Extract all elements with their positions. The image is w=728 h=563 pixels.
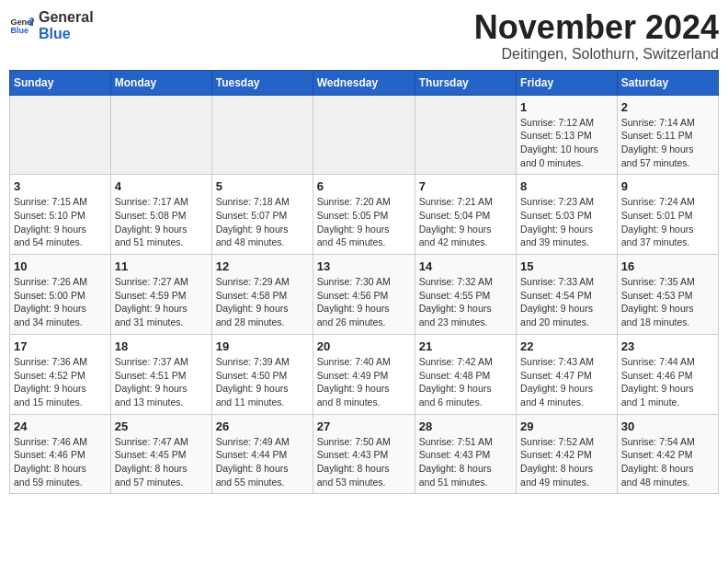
day-number: 25: [115, 419, 208, 433]
day-info: Sunrise: 7:15 AM Sunset: 5:10 PM Dayligh…: [14, 195, 107, 249]
day-info: Sunrise: 7:33 AM Sunset: 4:54 PM Dayligh…: [520, 275, 613, 329]
calendar-cell: 3Sunrise: 7:15 AM Sunset: 5:10 PM Daylig…: [10, 175, 111, 255]
day-number: 29: [520, 419, 613, 433]
calendar-cell: 7Sunrise: 7:21 AM Sunset: 5:04 PM Daylig…: [415, 175, 516, 255]
day-info: Sunrise: 7:40 AM Sunset: 4:49 PM Dayligh…: [317, 355, 411, 409]
day-number: 12: [216, 259, 309, 273]
day-number: 3: [14, 179, 107, 193]
calendar-cell: [313, 95, 415, 175]
day-number: 11: [115, 259, 208, 273]
day-number: 21: [419, 339, 512, 353]
day-info: Sunrise: 7:36 AM Sunset: 4:52 PM Dayligh…: [14, 355, 107, 409]
calendar-cell: [415, 95, 516, 175]
day-info: Sunrise: 7:42 AM Sunset: 4:48 PM Dayligh…: [419, 355, 512, 409]
day-number: 10: [14, 259, 107, 273]
day-info: Sunrise: 7:21 AM Sunset: 5:04 PM Dayligh…: [419, 195, 512, 249]
day-info: Sunrise: 7:23 AM Sunset: 5:03 PM Dayligh…: [520, 195, 613, 249]
day-info: Sunrise: 7:47 AM Sunset: 4:45 PM Dayligh…: [115, 435, 208, 489]
day-info: Sunrise: 7:27 AM Sunset: 4:59 PM Dayligh…: [115, 275, 208, 329]
day-number: 5: [216, 179, 309, 193]
calendar-cell: 17Sunrise: 7:36 AM Sunset: 4:52 PM Dayli…: [10, 334, 111, 414]
day-number: 1: [520, 100, 613, 114]
calendar-cell: 10Sunrise: 7:26 AM Sunset: 5:00 PM Dayli…: [10, 255, 111, 335]
day-info: Sunrise: 7:37 AM Sunset: 4:51 PM Dayligh…: [115, 355, 208, 409]
calendar-cell: 8Sunrise: 7:23 AM Sunset: 5:03 PM Daylig…: [517, 175, 618, 255]
calendar-header: SundayMondayTuesdayWednesdayThursdayFrid…: [10, 70, 719, 95]
week-row-2: 10Sunrise: 7:26 AM Sunset: 5:00 PM Dayli…: [10, 255, 719, 335]
calendar-cell: 6Sunrise: 7:20 AM Sunset: 5:05 PM Daylig…: [313, 175, 415, 255]
day-number: 7: [419, 179, 512, 193]
calendar-cell: 4Sunrise: 7:17 AM Sunset: 5:08 PM Daylig…: [110, 175, 211, 255]
day-info: Sunrise: 7:39 AM Sunset: 4:50 PM Dayligh…: [216, 355, 309, 409]
day-info: Sunrise: 7:12 AM Sunset: 5:13 PM Dayligh…: [520, 116, 613, 170]
day-number: 24: [14, 419, 107, 433]
day-number: 30: [621, 419, 714, 433]
day-number: 26: [216, 419, 309, 433]
header-day-saturday: Saturday: [617, 70, 718, 95]
calendar-cell: 2Sunrise: 7:14 AM Sunset: 5:11 PM Daylig…: [617, 95, 718, 175]
subtitle: Deitingen, Solothurn, Switzerland: [474, 46, 719, 63]
day-info: Sunrise: 7:49 AM Sunset: 4:44 PM Dayligh…: [216, 435, 309, 489]
logo: General Blue General Blue: [9, 9, 94, 41]
day-info: Sunrise: 7:29 AM Sunset: 4:58 PM Dayligh…: [216, 275, 309, 329]
title-area: November 2024 Deitingen, Solothurn, Swit…: [474, 9, 719, 63]
calendar-cell: [211, 95, 313, 175]
logo-text-general: General: [39, 9, 94, 26]
week-row-0: 1Sunrise: 7:12 AM Sunset: 5:13 PM Daylig…: [10, 95, 719, 175]
day-number: 13: [317, 259, 411, 273]
calendar-cell: 24Sunrise: 7:46 AM Sunset: 4:46 PM Dayli…: [10, 414, 111, 494]
calendar-cell: 23Sunrise: 7:44 AM Sunset: 4:46 PM Dayli…: [617, 334, 718, 414]
calendar-cell: 14Sunrise: 7:32 AM Sunset: 4:55 PM Dayli…: [415, 255, 516, 335]
day-info: Sunrise: 7:54 AM Sunset: 4:42 PM Dayligh…: [621, 435, 714, 489]
day-info: Sunrise: 7:44 AM Sunset: 4:46 PM Dayligh…: [621, 355, 714, 409]
svg-text:Blue: Blue: [10, 26, 28, 35]
day-info: Sunrise: 7:35 AM Sunset: 4:53 PM Dayligh…: [621, 275, 714, 329]
week-row-1: 3Sunrise: 7:15 AM Sunset: 5:10 PM Daylig…: [10, 175, 719, 255]
calendar-cell: 16Sunrise: 7:35 AM Sunset: 4:53 PM Dayli…: [617, 255, 718, 335]
header-day-wednesday: Wednesday: [313, 70, 415, 95]
header-day-tuesday: Tuesday: [211, 70, 313, 95]
day-number: 4: [115, 179, 208, 193]
calendar-cell: 20Sunrise: 7:40 AM Sunset: 4:49 PM Dayli…: [313, 334, 415, 414]
day-info: Sunrise: 7:43 AM Sunset: 4:47 PM Dayligh…: [520, 355, 613, 409]
day-info: Sunrise: 7:52 AM Sunset: 4:42 PM Dayligh…: [520, 435, 613, 489]
calendar-cell: 29Sunrise: 7:52 AM Sunset: 4:42 PM Dayli…: [517, 414, 618, 494]
calendar-cell: 28Sunrise: 7:51 AM Sunset: 4:43 PM Dayli…: [415, 414, 516, 494]
header-row: SundayMondayTuesdayWednesdayThursdayFrid…: [10, 70, 719, 95]
calendar-cell: 22Sunrise: 7:43 AM Sunset: 4:47 PM Dayli…: [517, 334, 618, 414]
header: General Blue General Blue November 2024 …: [9, 9, 719, 63]
calendar-cell: 9Sunrise: 7:24 AM Sunset: 5:01 PM Daylig…: [617, 175, 718, 255]
calendar-cell: 1Sunrise: 7:12 AM Sunset: 5:13 PM Daylig…: [517, 95, 618, 175]
calendar-cell: 13Sunrise: 7:30 AM Sunset: 4:56 PM Dayli…: [313, 255, 415, 335]
calendar-cell: 15Sunrise: 7:33 AM Sunset: 4:54 PM Dayli…: [517, 255, 618, 335]
day-number: 27: [317, 419, 411, 433]
calendar-cell: 18Sunrise: 7:37 AM Sunset: 4:51 PM Dayli…: [110, 334, 211, 414]
day-number: 8: [520, 179, 613, 193]
day-number: 16: [621, 259, 714, 273]
day-info: Sunrise: 7:17 AM Sunset: 5:08 PM Dayligh…: [115, 195, 208, 249]
header-day-sunday: Sunday: [10, 70, 111, 95]
day-number: 2: [621, 100, 714, 114]
day-number: 20: [317, 339, 411, 353]
calendar-cell: 21Sunrise: 7:42 AM Sunset: 4:48 PM Dayli…: [415, 334, 516, 414]
calendar-cell: 26Sunrise: 7:49 AM Sunset: 4:44 PM Dayli…: [211, 414, 313, 494]
day-info: Sunrise: 7:51 AM Sunset: 4:43 PM Dayligh…: [419, 435, 512, 489]
calendar-cell: 19Sunrise: 7:39 AM Sunset: 4:50 PM Dayli…: [211, 334, 313, 414]
header-day-monday: Monday: [110, 70, 211, 95]
day-info: Sunrise: 7:24 AM Sunset: 5:01 PM Dayligh…: [621, 195, 714, 249]
main-title: November 2024: [474, 9, 719, 46]
day-number: 18: [115, 339, 208, 353]
header-day-friday: Friday: [517, 70, 618, 95]
logo-icon: General Blue: [9, 13, 35, 39]
calendar-cell: [10, 95, 111, 175]
calendar-cell: 25Sunrise: 7:47 AM Sunset: 4:45 PM Dayli…: [110, 414, 211, 494]
day-number: 19: [216, 339, 309, 353]
logo-text-blue: Blue: [39, 26, 94, 42]
day-info: Sunrise: 7:14 AM Sunset: 5:11 PM Dayligh…: [621, 116, 714, 170]
day-number: 14: [419, 259, 512, 273]
calendar-cell: 27Sunrise: 7:50 AM Sunset: 4:43 PM Dayli…: [313, 414, 415, 494]
day-info: Sunrise: 7:20 AM Sunset: 5:05 PM Dayligh…: [317, 195, 411, 249]
header-day-thursday: Thursday: [415, 70, 516, 95]
day-info: Sunrise: 7:46 AM Sunset: 4:46 PM Dayligh…: [14, 435, 107, 489]
day-number: 23: [621, 339, 714, 353]
